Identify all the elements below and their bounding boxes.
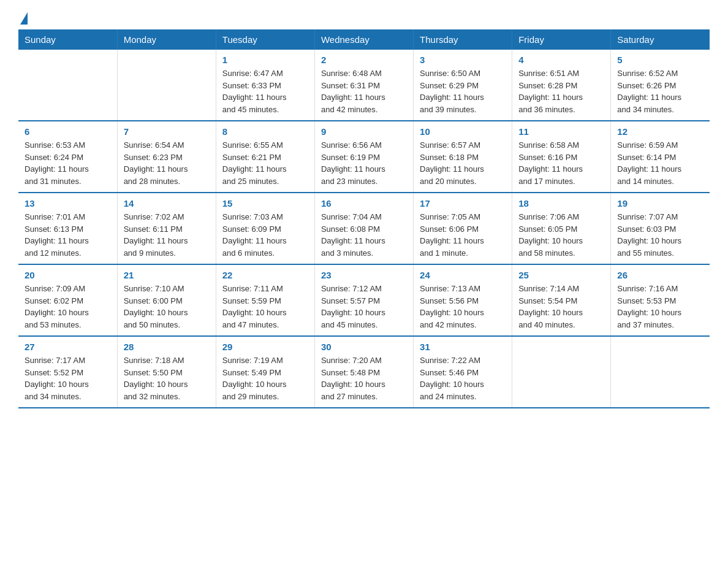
day-number: 26 — [617, 270, 703, 280]
calendar-cell: 24Sunrise: 7:13 AM Sunset: 5:56 PM Dayli… — [414, 264, 512, 336]
calendar-cell: 9Sunrise: 6:56 AM Sunset: 6:19 PM Daylig… — [314, 121, 413, 193]
day-info: Sunrise: 6:59 AM Sunset: 6:14 PM Dayligh… — [617, 139, 703, 187]
day-info: Sunrise: 7:20 AM Sunset: 5:48 PM Dayligh… — [321, 354, 407, 402]
day-info: Sunrise: 7:07 AM Sunset: 6:03 PM Dayligh… — [617, 211, 703, 259]
calendar-cell: 4Sunrise: 6:51 AM Sunset: 6:28 PM Daylig… — [512, 50, 611, 121]
day-number: 4 — [518, 55, 604, 65]
day-info: Sunrise: 6:52 AM Sunset: 6:26 PM Dayligh… — [617, 67, 703, 115]
day-info: Sunrise: 6:53 AM Sunset: 6:24 PM Dayligh… — [25, 139, 111, 187]
calendar-cell: 21Sunrise: 7:10 AM Sunset: 6:00 PM Dayli… — [117, 264, 216, 336]
day-number: 29 — [222, 342, 308, 352]
calendar-cell — [117, 50, 216, 121]
calendar-cell: 10Sunrise: 6:57 AM Sunset: 6:18 PM Dayli… — [414, 121, 512, 193]
day-info: Sunrise: 6:47 AM Sunset: 6:33 PM Dayligh… — [222, 67, 308, 115]
day-info: Sunrise: 7:12 AM Sunset: 5:57 PM Dayligh… — [321, 283, 407, 331]
calendar-cell: 31Sunrise: 7:22 AM Sunset: 5:46 PM Dayli… — [414, 336, 512, 408]
day-number: 13 — [25, 198, 111, 209]
day-info: Sunrise: 7:03 AM Sunset: 6:09 PM Dayligh… — [222, 211, 308, 259]
header-tuesday: Tuesday — [216, 29, 314, 50]
calendar-cell: 28Sunrise: 7:18 AM Sunset: 5:50 PM Dayli… — [117, 336, 216, 408]
day-number: 28 — [124, 342, 210, 352]
day-number: 17 — [420, 198, 506, 209]
calendar-cell — [18, 50, 117, 121]
page-header — [18, 12, 710, 23]
day-number: 22 — [222, 270, 308, 280]
day-info: Sunrise: 7:10 AM Sunset: 6:00 PM Dayligh… — [124, 283, 210, 331]
day-number: 16 — [321, 198, 407, 209]
calendar-cell: 26Sunrise: 7:16 AM Sunset: 5:53 PM Dayli… — [611, 264, 710, 336]
day-number: 11 — [518, 126, 604, 137]
day-info: Sunrise: 7:17 AM Sunset: 5:52 PM Dayligh… — [25, 354, 111, 402]
day-info: Sunrise: 7:01 AM Sunset: 6:13 PM Dayligh… — [25, 211, 111, 259]
calendar-cell: 6Sunrise: 6:53 AM Sunset: 6:24 PM Daylig… — [18, 121, 117, 193]
calendar-cell: 30Sunrise: 7:20 AM Sunset: 5:48 PM Dayli… — [314, 336, 413, 408]
header-sunday: Sunday — [18, 29, 117, 50]
calendar-cell: 11Sunrise: 6:58 AM Sunset: 6:16 PM Dayli… — [512, 121, 611, 193]
week-row-1: 6Sunrise: 6:53 AM Sunset: 6:24 PM Daylig… — [18, 121, 710, 193]
calendar-cell: 17Sunrise: 7:05 AM Sunset: 6:06 PM Dayli… — [414, 193, 512, 264]
day-number: 30 — [321, 342, 407, 352]
calendar-cell: 20Sunrise: 7:09 AM Sunset: 6:02 PM Dayli… — [18, 264, 117, 336]
day-number: 3 — [420, 55, 506, 65]
week-row-4: 27Sunrise: 7:17 AM Sunset: 5:52 PM Dayli… — [18, 336, 710, 408]
day-number: 6 — [25, 126, 111, 137]
calendar-cell: 2Sunrise: 6:48 AM Sunset: 6:31 PM Daylig… — [314, 50, 413, 121]
calendar-cell: 12Sunrise: 6:59 AM Sunset: 6:14 PM Dayli… — [611, 121, 710, 193]
day-info: Sunrise: 7:02 AM Sunset: 6:11 PM Dayligh… — [124, 211, 210, 259]
calendar-cell: 19Sunrise: 7:07 AM Sunset: 6:03 PM Dayli… — [611, 193, 710, 264]
logo-triangle-icon — [20, 12, 28, 25]
day-number: 21 — [124, 270, 210, 280]
day-info: Sunrise: 7:04 AM Sunset: 6:08 PM Dayligh… — [321, 211, 407, 259]
day-number: 7 — [124, 126, 210, 137]
day-number: 10 — [420, 126, 506, 137]
day-info: Sunrise: 6:57 AM Sunset: 6:18 PM Dayligh… — [420, 139, 506, 187]
day-info: Sunrise: 7:18 AM Sunset: 5:50 PM Dayligh… — [124, 354, 210, 402]
calendar-cell: 5Sunrise: 6:52 AM Sunset: 6:26 PM Daylig… — [611, 50, 710, 121]
calendar-cell: 1Sunrise: 6:47 AM Sunset: 6:33 PM Daylig… — [216, 50, 314, 121]
day-number: 12 — [617, 126, 703, 137]
calendar-cell — [512, 336, 611, 408]
header-saturday: Saturday — [611, 29, 710, 50]
day-number: 1 — [222, 55, 308, 65]
day-info: Sunrise: 6:56 AM Sunset: 6:19 PM Dayligh… — [321, 139, 407, 187]
day-info: Sunrise: 7:16 AM Sunset: 5:53 PM Dayligh… — [617, 283, 703, 331]
day-info: Sunrise: 7:05 AM Sunset: 6:06 PM Dayligh… — [420, 211, 506, 259]
calendar-cell: 23Sunrise: 7:12 AM Sunset: 5:57 PM Dayli… — [314, 264, 413, 336]
calendar-cell: 3Sunrise: 6:50 AM Sunset: 6:29 PM Daylig… — [414, 50, 512, 121]
calendar-cell: 8Sunrise: 6:55 AM Sunset: 6:21 PM Daylig… — [216, 121, 314, 193]
calendar-cell — [611, 336, 710, 408]
day-number: 31 — [420, 342, 506, 352]
calendar-cell: 29Sunrise: 7:19 AM Sunset: 5:49 PM Dayli… — [216, 336, 314, 408]
day-info: Sunrise: 6:54 AM Sunset: 6:23 PM Dayligh… — [124, 139, 210, 187]
day-info: Sunrise: 7:19 AM Sunset: 5:49 PM Dayligh… — [222, 354, 308, 402]
day-number: 5 — [617, 55, 703, 65]
header-friday: Friday — [512, 29, 611, 50]
day-number: 2 — [321, 55, 407, 65]
day-info: Sunrise: 7:06 AM Sunset: 6:05 PM Dayligh… — [518, 211, 604, 259]
header-wednesday: Wednesday — [314, 29, 413, 50]
day-info: Sunrise: 7:13 AM Sunset: 5:56 PM Dayligh… — [420, 283, 506, 331]
day-number: 27 — [25, 342, 111, 352]
calendar-table: SundayMondayTuesdayWednesdayThursdayFrid… — [18, 29, 710, 408]
calendar-cell: 7Sunrise: 6:54 AM Sunset: 6:23 PM Daylig… — [117, 121, 216, 193]
day-info: Sunrise: 7:14 AM Sunset: 5:54 PM Dayligh… — [518, 283, 604, 331]
calendar-cell: 16Sunrise: 7:04 AM Sunset: 6:08 PM Dayli… — [314, 193, 413, 264]
day-number: 20 — [25, 270, 111, 280]
week-row-0: 1Sunrise: 6:47 AM Sunset: 6:33 PM Daylig… — [18, 50, 710, 121]
calendar-cell: 15Sunrise: 7:03 AM Sunset: 6:09 PM Dayli… — [216, 193, 314, 264]
calendar-cell: 25Sunrise: 7:14 AM Sunset: 5:54 PM Dayli… — [512, 264, 611, 336]
day-number: 24 — [420, 270, 506, 280]
day-number: 9 — [321, 126, 407, 137]
calendar-cell: 13Sunrise: 7:01 AM Sunset: 6:13 PM Dayli… — [18, 193, 117, 264]
calendar-cell: 27Sunrise: 7:17 AM Sunset: 5:52 PM Dayli… — [18, 336, 117, 408]
day-info: Sunrise: 7:22 AM Sunset: 5:46 PM Dayligh… — [420, 354, 506, 402]
week-row-3: 20Sunrise: 7:09 AM Sunset: 6:02 PM Dayli… — [18, 264, 710, 336]
day-number: 23 — [321, 270, 407, 280]
day-info: Sunrise: 6:50 AM Sunset: 6:29 PM Dayligh… — [420, 67, 506, 115]
day-number: 19 — [617, 198, 703, 209]
day-number: 14 — [124, 198, 210, 209]
calendar-cell: 22Sunrise: 7:11 AM Sunset: 5:59 PM Dayli… — [216, 264, 314, 336]
logo — [18, 12, 28, 23]
day-number: 15 — [222, 198, 308, 209]
header-monday: Monday — [117, 29, 216, 50]
